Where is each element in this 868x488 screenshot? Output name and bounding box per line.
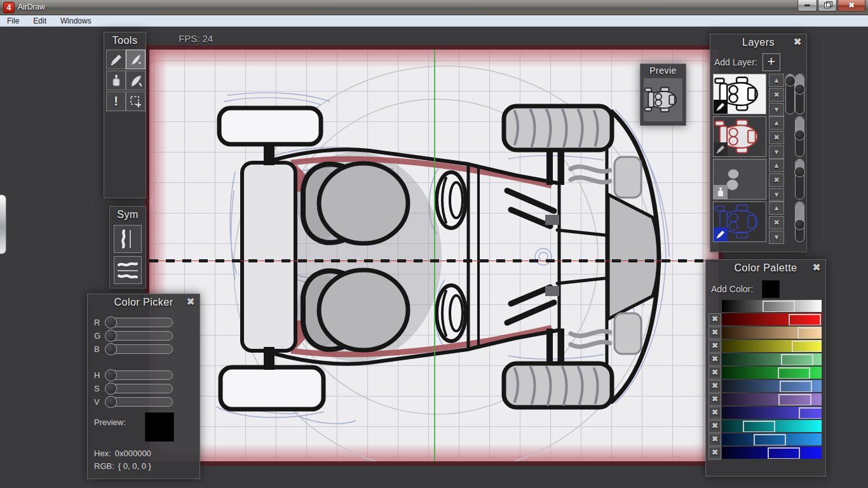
preview-panel[interactable]: Previe [640,64,686,126]
layer-slider-knob[interactable] [794,130,805,140]
remove-color-button[interactable]: ✖ [709,420,721,433]
layer-remove-button[interactable]: ✖ [769,88,784,102]
layer-slider[interactable] [795,159,804,200]
select-transform-tool-button[interactable] [126,92,146,111]
slider-track-g[interactable] [105,331,173,341]
layer-remove-button[interactable]: ✖ [769,173,784,187]
add-color-swatch[interactable] [762,280,780,298]
remove-color-button[interactable]: ✖ [709,340,721,353]
layer-slider[interactable] [795,116,804,157]
layer-down-button[interactable]: ▼ [769,231,784,244]
slider-knob-b[interactable] [105,343,117,355]
menu-windows[interactable]: Windows [53,15,98,26]
color-strip-selector[interactable] [754,434,786,445]
color-strip-violet-blue[interactable] [722,407,822,419]
color-strip-ocean-blue[interactable] [722,433,822,445]
layer-thumbnail-blue-sketch[interactable] [713,201,766,242]
layer-remove-button[interactable]: ✖ [769,131,784,144]
color-strip-selector[interactable] [799,407,822,419]
remove-color-button[interactable]: ✖ [709,313,721,326]
remove-color-button[interactable]: ✖ [709,447,721,459]
slider-track-s[interactable] [105,384,173,393]
color-strip-grayscale[interactable] [722,300,822,312]
menu-edit[interactable]: Edit [26,15,53,26]
layer-up-button[interactable]: ▲ [769,159,784,172]
alert-tool-button[interactable]: ! [106,92,126,111]
color-strip-selector[interactable] [781,354,813,365]
pencil-tool-button[interactable] [106,50,126,69]
layer-down-button[interactable]: ▼ [769,103,784,116]
remove-color-button[interactable]: ✖ [709,353,721,366]
layer-slider-knob[interactable] [785,76,796,86]
layer-slider-b[interactable] [795,74,804,114]
color-strip-selector[interactable] [789,314,821,325]
remove-color-button[interactable]: ✖ [709,367,721,379]
remove-color-button[interactable]: ✖ [709,433,721,446]
restore-button[interactable] [818,0,837,11]
layer-up-button[interactable]: ▲ [769,201,784,215]
add-layer-button[interactable]: + [763,53,780,71]
slider-knob-g[interactable] [105,330,117,342]
slider-knob-s[interactable] [105,383,117,395]
color-strip-cyan[interactable] [722,420,822,432]
layer-down-button[interactable]: ▼ [769,146,784,159]
layer-up-button[interactable]: ▲ [769,116,784,130]
color-picker-close-icon[interactable]: ✖ [185,296,196,308]
horizontal-symmetry-button[interactable] [114,256,142,284]
marker-tool-button[interactable] [126,50,146,69]
layer-remove-button[interactable]: ✖ [769,216,784,229]
remove-color-button[interactable]: ✖ [709,327,721,339]
color-strip-selector[interactable] [797,327,822,339]
color-strip-selector[interactable] [743,421,775,432]
color-strip-sea-green[interactable] [722,353,822,365]
title-bar[interactable]: 4 AirDraw ✖ [0,0,868,15]
layer-up-button[interactable]: ▲ [769,74,784,87]
color-strip-selector[interactable] [778,367,810,379]
layer-thumbnail-color-fill[interactable] [713,116,766,157]
color-strip-selector[interactable] [792,341,822,352]
layer-row-color-fill[interactable]: ▲ ✖ ▼ [713,116,804,156]
layer-thumbnail-shading[interactable] [713,159,766,200]
slider-knob-v[interactable] [105,396,117,408]
color-strip-red[interactable] [722,313,822,325]
layer-slider[interactable] [795,201,804,242]
slider-knob-h[interactable] [105,369,117,381]
color-strip-selector[interactable] [763,301,795,312]
close-button[interactable]: ✖ [837,0,865,11]
color-strip-steel-blue[interactable] [722,380,822,392]
paint-brush-tool-button[interactable] [106,71,126,90]
canvas-paper[interactable] [149,50,719,461]
layers-panel-close-icon[interactable]: ✖ [792,36,803,48]
collapsed-panel-tab[interactable] [0,194,6,254]
slider-track-v[interactable] [105,397,173,407]
layer-slider-knob[interactable] [794,166,805,177]
remove-color-button[interactable]: ✖ [709,380,721,393]
slider-track-h[interactable] [105,370,173,380]
layer-slider-knob[interactable] [794,84,805,95]
color-strip-tan[interactable] [722,327,822,339]
color-strip-green[interactable] [722,367,822,379]
color-strip-selector[interactable] [768,447,800,459]
drawing-canvas[interactable] [145,45,723,466]
remove-color-button[interactable]: ✖ [709,393,721,406]
layer-row-line-art[interactable]: ▲ ✖ ▼ [713,74,804,114]
color-strip-yellow[interactable] [722,340,822,352]
layer-slider-knob[interactable] [794,219,805,230]
slider-track-b[interactable] [105,344,173,354]
slider-track-r[interactable] [105,318,173,327]
menu-file[interactable]: File [0,15,26,26]
layer-slider-a[interactable] [785,74,795,114]
layer-row-shading[interactable]: ▲ ✖ ▼ [713,159,804,199]
slider-knob-r[interactable] [105,316,117,329]
color-strip-selector[interactable] [780,381,812,392]
color-strip-selector[interactable] [778,394,811,405]
remove-color-button[interactable]: ✖ [709,407,721,419]
layer-row-blue-sketch[interactable]: ▲ ✖ ▼ [713,201,804,241]
layer-thumbnail-line-art[interactable] [713,74,766,114]
color-strip-deep-blue[interactable] [722,447,822,459]
minimize-button[interactable] [797,0,817,11]
color-strip-purple[interactable] [722,393,822,405]
vertical-symmetry-button[interactable] [114,225,142,253]
color-palette-close-icon[interactable]: ✖ [811,262,822,273]
smudge-tool-button[interactable] [126,71,146,90]
